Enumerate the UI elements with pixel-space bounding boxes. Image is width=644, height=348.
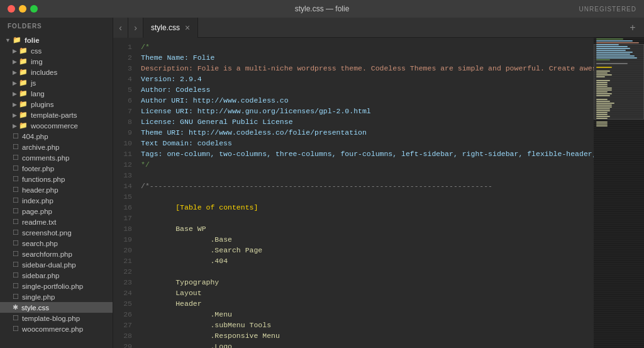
file-icon: ☐ [13,132,19,140]
folder-label: lang [31,90,45,98]
traffic-lights[interactable] [8,5,38,13]
sidebar-item-searchform[interactable]: ☐ searchform.php [0,249,113,259]
sidebar-item-404[interactable]: ☐ 404.php [0,131,113,142]
file-icon: ☐ [13,314,19,322]
code-line [141,213,594,223]
sidebar-item-archive[interactable]: ☐ archive.php [0,142,113,152]
arrow-icon: ▶ [13,80,17,86]
code-line: .404 [141,255,594,266]
folder-icon: 📁 [19,57,28,65]
code-content[interactable]: /*Theme Name: FolieDescription: Folie is… [136,38,594,348]
main-layout: FOLDERS ▼ 📁 folie ▶ 📁 css ▶ 📁 img ▶ 📁 in… [0,18,644,348]
sidebar-item-sidebar-dual[interactable]: ☐ sidebar-dual.php [0,259,113,270]
registration-status: UNREGISTERED [579,6,636,13]
file-label: search.php [22,240,58,247]
sidebar-item-folie[interactable]: ▼ 📁 folie [0,35,113,45]
nav-back-button[interactable]: ‹ [113,18,128,38]
code-line: [Table of contents] [141,202,594,213]
sidebar-item-lang[interactable]: ▶ 📁 lang [0,88,113,99]
code-line: Description: Folie is a multi-niche word… [141,63,594,74]
sidebar-item-woocommerce-php[interactable]: ☐ woocommerce.php [0,323,113,334]
maximize-button[interactable] [30,5,38,13]
file-label: comments.php [22,154,69,162]
code-line: */ [141,159,594,170]
sidebar-item-js[interactable]: ▶ 📁 js [0,77,113,88]
code-line: Text Domain: codeless [141,138,594,149]
folder-icon: 📁 [19,47,28,55]
file-label: page.php [22,208,52,215]
file-label: 404.php [22,133,48,140]
code-line: .Menu [141,309,594,320]
folder-label: woocommerce [31,122,78,130]
sidebar-item-style-css[interactable]: ✱ style.css [0,302,113,313]
sidebar-item-sidebar[interactable]: ☐ sidebar.php [0,270,113,281]
line-numbers: 1234567891011121314151617181920212223242… [113,38,136,348]
folder-label: plugins [31,101,53,108]
nav-forward-button[interactable]: › [128,18,143,38]
file-label: template-blog.php [22,315,80,322]
sidebar-item-woocommerce[interactable]: ▶ 📁 woocommerce [0,120,113,131]
window-title: style.css — folie [295,4,350,13]
sidebar-item-template-parts[interactable]: ▶ 📁 template-parts [0,109,113,120]
folder-icon: 📁 [19,111,28,119]
tab-style-css[interactable]: style.css × [143,18,198,38]
file-icon: ✱ [13,303,18,312]
sidebar-item-index[interactable]: ☐ index.php [0,195,113,206]
sidebar-item-template-blog[interactable]: ☐ template-blog.php [0,313,113,323]
folder-label: js [31,79,36,87]
file-icon: ☐ [13,261,19,269]
folder-label: css [31,47,42,55]
add-tab-button[interactable]: + [626,21,639,34]
folder-icon: 📁 [13,36,21,44]
file-icon: ☐ [13,207,19,215]
tab-label: style.css [151,23,180,32]
file-label: single.php [22,293,55,301]
file-label: readme.txt [22,218,56,226]
sidebar-item-single-portfolio[interactable]: ☐ single-portfolio.php [0,281,113,291]
arrow-icon: ▶ [13,59,17,65]
sidebar-item-functions[interactable]: ☐ functions.php [0,174,113,184]
file-icon: ☐ [13,196,19,205]
folder-label: img [31,58,43,65]
file-label: functions.php [22,176,65,183]
folder-label: includes [31,69,57,76]
arrow-icon: ▶ [13,69,17,76]
sidebar-item-footer[interactable]: ☐ footer.php [0,163,113,174]
folder-label: folie [25,36,40,44]
sidebar-item-plugins[interactable]: ▶ 📁 plugins [0,99,113,109]
sidebar-item-css[interactable]: ▶ 📁 css [0,45,113,56]
sidebar-item-comments[interactable]: ☐ comments.php [0,152,113,163]
file-icon: ☐ [13,250,19,258]
minimap-lines [596,38,641,127]
code-editor[interactable]: 1234567891011121314151617181920212223242… [113,38,644,348]
tab-close-button[interactable]: × [185,23,190,33]
folder-icon: 📁 [19,68,28,76]
arrow-icon: ▼ [5,37,11,43]
code-line: /* [141,42,594,52]
folder-icon: 📁 [19,100,28,108]
sidebar-item-includes[interactable]: ▶ 📁 includes [0,67,113,77]
code-line: .subMenu Tools [141,320,594,330]
sidebar-item-screenshot[interactable]: ☐ screenshot.png [0,227,113,238]
folder-label: template-parts [31,111,77,119]
sidebar-item-header[interactable]: ☐ header.php [0,184,113,195]
file-icon: ☐ [13,293,19,301]
code-line [141,191,594,202]
code-line: License URI: http://www.gnu.org/licenses… [141,106,594,116]
close-button[interactable] [8,5,15,13]
minimize-button[interactable] [19,5,26,13]
file-icon: ☐ [13,239,19,247]
file-label: header.php [22,186,58,194]
code-line: Theme Name: Folie [141,52,594,63]
code-line: .Base [141,234,594,245]
tab-bar: ‹ › style.css × + [113,18,644,38]
folder-icon: 📁 [19,89,28,98]
code-line: Author URI: http://www.codeless.co [141,95,594,106]
sidebar-item-page[interactable]: ☐ page.php [0,206,113,216]
file-icon: ☐ [13,282,19,290]
sidebar-item-single[interactable]: ☐ single.php [0,291,113,302]
sidebar-item-readme[interactable]: ☐ readme.txt [0,216,113,227]
code-line: Layout [141,288,594,298]
sidebar-item-search[interactable]: ☐ search.php [0,238,113,249]
sidebar-item-img[interactable]: ▶ 📁 img [0,56,113,67]
